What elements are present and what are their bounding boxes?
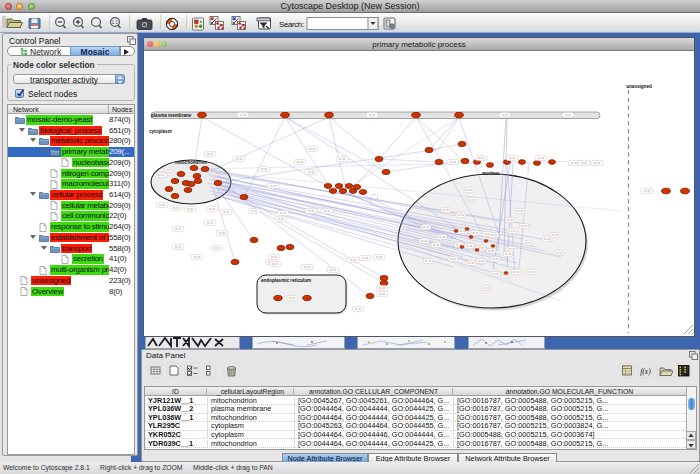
svg-text:xx xx: xx xx [207, 221, 214, 225]
svg-text:xx xx: xx xx [379, 292, 386, 296]
svg-text:xx xx: xx xx [376, 255, 383, 259]
svg-text:xx xx: xx xx [271, 255, 278, 259]
svg-text:xx xx: xx xx [425, 259, 432, 263]
svg-text:endoplasmic reticulum: endoplasmic reticulum [261, 278, 311, 283]
svg-text:xx xx: xx xx [339, 157, 346, 161]
svg-text:xx xx: xx xx [571, 161, 578, 165]
svg-text:unassigned: unassigned [626, 84, 652, 89]
svg-text:xx xx: xx xx [209, 207, 216, 211]
svg-text:xx xx: xx xx [187, 207, 194, 211]
svg-text:xx xx: xx xx [159, 203, 166, 207]
svg-text:xx xx: xx xx [493, 272, 500, 276]
svg-text:xx xx: xx xx [240, 113, 247, 117]
svg-text:xx xx: xx xx [502, 113, 509, 117]
svg-text:xx xx: xx xx [450, 257, 457, 261]
svg-text:xx xx: xx xx [450, 160, 457, 164]
svg-text:xx xx: xx xx [362, 256, 369, 260]
svg-text:xx xx: xx xx [513, 270, 520, 274]
svg-text:xx xx: xx xx [433, 243, 440, 247]
svg-text:xx xx: xx xx [175, 245, 182, 249]
svg-text:xx xx: xx xx [552, 233, 559, 237]
svg-text:xx xx: xx xx [297, 160, 304, 164]
svg-text:xx xx: xx xx [517, 209, 524, 213]
svg-text:xx xx: xx xx [521, 224, 528, 228]
svg-text:xx xx: xx xx [355, 307, 362, 311]
svg-text:xx xx: xx xx [468, 261, 475, 265]
svg-text:xx xx: xx xx [509, 229, 516, 233]
svg-text:xx xx: xx xx [214, 246, 221, 250]
svg-text:xx xx: xx xx [492, 257, 499, 261]
svg-text:xx xx: xx xx [369, 113, 376, 117]
svg-text:xx xx: xx xx [330, 268, 337, 272]
svg-text:xx xx: xx xx [194, 255, 201, 259]
svg-text:xx xx: xx xx [505, 252, 512, 256]
svg-text:xx xx: xx xx [175, 227, 182, 231]
svg-text:xx xx: xx xx [507, 218, 514, 222]
svg-text:xx xx: xx xx [251, 209, 258, 213]
svg-text:xx xx: xx xx [223, 210, 230, 214]
svg-text:f(x): f(x) [640, 367, 651, 376]
svg-text:xx xx: xx xx [421, 239, 428, 243]
svg-text:1:1: 1:1 [112, 20, 119, 25]
svg-text:xx xx: xx xx [207, 152, 214, 156]
svg-text:xx xx: xx xx [525, 241, 532, 245]
svg-text:xx xx: xx xx [594, 161, 601, 165]
svg-text:xx xx: xx xx [272, 262, 279, 266]
svg-text:xx xx: xx xx [289, 296, 296, 300]
svg-text:xx xx: xx xx [324, 209, 331, 213]
svg-text:xx xx: xx xx [309, 147, 316, 151]
svg-text:xx xx: xx xx [236, 157, 243, 161]
svg-text:xx xx: xx xx [379, 286, 386, 290]
svg-text:xx xx: xx xx [491, 233, 498, 237]
svg-text:xx xx: xx xx [423, 225, 430, 229]
svg-text:xx xx: xx xx [158, 173, 165, 177]
svg-text:xx xx: xx xx [565, 113, 572, 117]
svg-text:xx xx: xx xx [439, 235, 446, 239]
svg-text:xx xx: xx xx [509, 156, 516, 160]
svg-text:mitochondrion: mitochondrion [175, 160, 207, 165]
svg-text:xx xx: xx xx [488, 249, 495, 253]
svg-text:xx xx: xx xx [644, 189, 651, 193]
svg-text:xx xx: xx xx [308, 170, 315, 174]
svg-text:xx xx: xx xx [350, 258, 357, 262]
svg-text:nucleus: nucleus [482, 171, 500, 176]
svg-text:xx xx: xx xx [472, 231, 479, 235]
svg-text:xx xx: xx xx [278, 217, 285, 221]
svg-text:plasma membrane: plasma membrane [151, 113, 192, 118]
svg-text:xx xx: xx xx [270, 184, 277, 188]
svg-text:xx xx: xx xx [544, 237, 551, 241]
svg-text:xx xx: xx xx [443, 208, 450, 212]
svg-text:xx xx: xx xx [261, 167, 268, 171]
svg-text:xx xx: xx xx [466, 188, 473, 192]
svg-text:xx xx: xx xx [173, 206, 180, 210]
svg-text:xx xx: xx xx [468, 198, 475, 202]
svg-text:xx xx: xx xx [280, 211, 287, 215]
svg-text:xx xx: xx xx [308, 209, 315, 213]
svg-text:xx xx: xx xx [466, 244, 473, 248]
svg-text:xx xx: xx xx [219, 231, 226, 235]
svg-text:xx xx: xx xx [478, 259, 485, 263]
svg-text:xx xx: xx xx [484, 286, 491, 290]
svg-text:xx xx: xx xx [304, 265, 311, 269]
svg-text:xx xx: xx xx [538, 156, 545, 160]
svg-text:xx xx: xx xx [509, 247, 516, 251]
svg-text:Search:: Search: [279, 20, 304, 29]
svg-text:cytoplasm: cytoplasm [149, 129, 172, 134]
svg-text:xx xx: xx xx [527, 270, 534, 274]
svg-text:xx xx: xx xx [458, 213, 465, 217]
svg-text:xx xx: xx xx [556, 251, 563, 255]
svg-text:xx xx: xx xx [478, 156, 485, 160]
svg-text:xx xx: xx xx [581, 161, 588, 165]
